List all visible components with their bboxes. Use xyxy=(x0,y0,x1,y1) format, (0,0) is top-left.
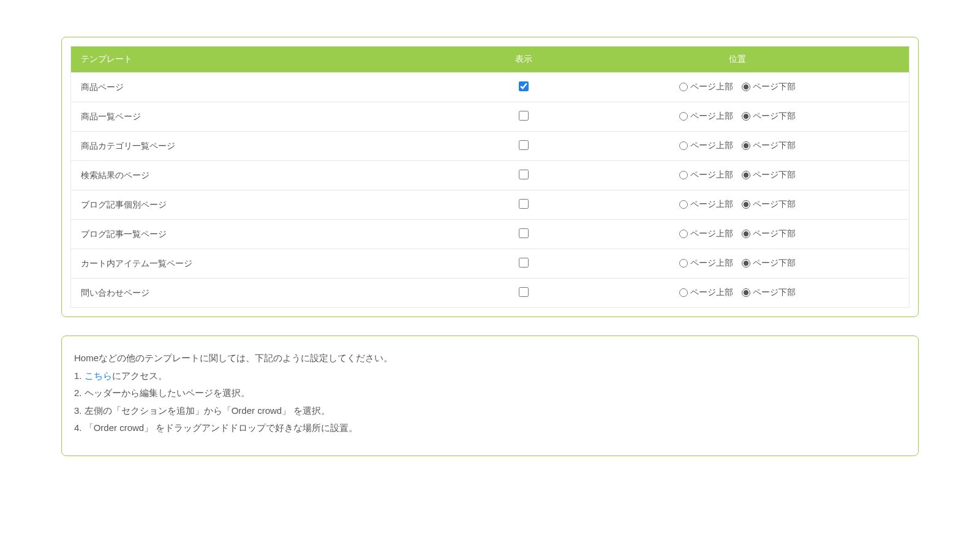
template-name: 問い合わせページ xyxy=(71,279,481,308)
display-cell xyxy=(481,73,567,102)
position-option-top[interactable]: ページ上部 xyxy=(679,228,733,239)
position-option-top[interactable]: ページ上部 xyxy=(679,81,733,92)
info-steps: こちらにアクセス。 ヘッダーから編集したいページを選択。 左側の「セクションを追… xyxy=(74,367,906,437)
position-radio-top[interactable] xyxy=(679,112,688,121)
table-row: 商品カテゴリ一覧ページページ上部ページ下部 xyxy=(71,132,910,161)
header-display: 表示 xyxy=(481,47,567,73)
position-radio-bottom[interactable] xyxy=(742,200,750,209)
display-checkbox[interactable] xyxy=(519,199,529,209)
position-radio-bottom[interactable] xyxy=(742,259,750,268)
position-label-top: ページ上部 xyxy=(690,140,733,151)
info-step-1-rest: にアクセス。 xyxy=(112,370,167,381)
template-name: 商品一覧ページ xyxy=(71,102,481,132)
position-label-bottom: ページ下部 xyxy=(753,170,796,181)
position-radio-top[interactable] xyxy=(679,259,688,268)
position-radio-group: ページ上部ページ下部 xyxy=(679,81,796,92)
position-option-top[interactable]: ページ上部 xyxy=(679,170,733,181)
position-option-top[interactable]: ページ上部 xyxy=(679,111,733,122)
position-radio-top[interactable] xyxy=(679,171,688,179)
display-cell xyxy=(481,190,567,220)
position-label-top: ページ上部 xyxy=(690,199,733,210)
header-template: テンプレート xyxy=(71,47,481,73)
position-option-bottom[interactable]: ページ下部 xyxy=(742,287,796,298)
position-label-bottom: ページ下部 xyxy=(753,199,796,210)
position-option-bottom[interactable]: ページ下部 xyxy=(742,111,796,122)
position-radio-top[interactable] xyxy=(679,288,688,297)
position-radio-top[interactable] xyxy=(679,230,688,238)
display-checkbox[interactable] xyxy=(519,170,529,179)
display-checkbox[interactable] xyxy=(519,258,529,268)
display-checkbox[interactable] xyxy=(519,228,529,238)
position-cell: ページ上部ページ下部 xyxy=(567,132,910,161)
position-label-bottom: ページ下部 xyxy=(753,228,796,239)
table-row: ブログ記事一覧ページページ上部ページ下部 xyxy=(71,220,910,249)
position-option-top[interactable]: ページ上部 xyxy=(679,287,733,298)
position-label-bottom: ページ下部 xyxy=(753,140,796,151)
display-checkbox[interactable] xyxy=(519,81,529,91)
position-cell: ページ上部ページ下部 xyxy=(567,161,910,190)
position-radio-group: ページ上部ページ下部 xyxy=(679,228,796,239)
position-label-bottom: ページ下部 xyxy=(753,258,796,269)
position-radio-bottom[interactable] xyxy=(742,112,750,121)
position-radio-top[interactable] xyxy=(679,141,688,150)
position-option-bottom[interactable]: ページ下部 xyxy=(742,199,796,210)
template-name: 検索結果のページ xyxy=(71,161,481,190)
position-cell: ページ上部ページ下部 xyxy=(567,220,910,249)
display-cell xyxy=(481,132,567,161)
position-option-bottom[interactable]: ページ下部 xyxy=(742,228,796,239)
table-row: 商品ページページ上部ページ下部 xyxy=(71,73,910,102)
position-radio-bottom[interactable] xyxy=(742,83,750,91)
position-option-top[interactable]: ページ上部 xyxy=(679,258,733,269)
position-radio-group: ページ上部ページ下部 xyxy=(679,140,796,151)
table-row: ブログ記事個別ページページ上部ページ下部 xyxy=(71,190,910,220)
info-intro: Homeなどの他のテンプレートに関しては、下記のように設定してください。 xyxy=(74,350,906,367)
position-option-bottom[interactable]: ページ下部 xyxy=(742,258,796,269)
position-radio-top[interactable] xyxy=(679,83,688,91)
header-position: 位置 xyxy=(567,47,910,73)
table-row: 商品一覧ページページ上部ページ下部 xyxy=(71,102,910,132)
display-checkbox[interactable] xyxy=(519,287,529,297)
display-cell xyxy=(481,249,567,279)
position-label-top: ページ上部 xyxy=(690,111,733,122)
position-radio-bottom[interactable] xyxy=(742,171,750,179)
table-row: カート内アイテム一覧ページページ上部ページ下部 xyxy=(71,249,910,279)
info-panel: Homeなどの他のテンプレートに関しては、下記のように設定してください。 こちら… xyxy=(61,335,919,456)
position-radio-group: ページ上部ページ下部 xyxy=(679,111,796,122)
position-label-top: ページ上部 xyxy=(690,287,733,298)
position-cell: ページ上部ページ下部 xyxy=(567,73,910,102)
position-radio-group: ページ上部ページ下部 xyxy=(679,199,796,210)
template-settings-panel: テンプレート 表示 位置 商品ページページ上部ページ下部商品一覧ページページ上部… xyxy=(61,37,919,317)
position-radio-top[interactable] xyxy=(679,200,688,209)
position-option-top[interactable]: ページ上部 xyxy=(679,140,733,151)
display-cell xyxy=(481,161,567,190)
table-body: 商品ページページ上部ページ下部商品一覧ページページ上部ページ下部商品カテゴリ一覧… xyxy=(71,73,910,308)
table-row: 問い合わせページページ上部ページ下部 xyxy=(71,279,910,308)
position-radio-group: ページ上部ページ下部 xyxy=(679,258,796,269)
position-cell: ページ上部ページ下部 xyxy=(567,190,910,220)
position-radio-bottom[interactable] xyxy=(742,288,750,297)
position-cell: ページ上部ページ下部 xyxy=(567,279,910,308)
info-link[interactable]: こちら xyxy=(85,370,112,381)
position-radio-group: ページ上部ページ下部 xyxy=(679,287,796,298)
template-name: 商品カテゴリ一覧ページ xyxy=(71,132,481,161)
position-option-bottom[interactable]: ページ下部 xyxy=(742,81,796,92)
display-checkbox[interactable] xyxy=(519,140,529,150)
display-cell xyxy=(481,279,567,308)
position-label-top: ページ上部 xyxy=(690,170,733,181)
position-label-bottom: ページ下部 xyxy=(753,81,796,92)
position-option-top[interactable]: ページ上部 xyxy=(679,199,733,210)
position-radio-bottom[interactable] xyxy=(742,141,750,150)
position-label-bottom: ページ下部 xyxy=(753,111,796,122)
template-name: カート内アイテム一覧ページ xyxy=(71,249,481,279)
position-label-top: ページ上部 xyxy=(690,258,733,269)
position-label-bottom: ページ下部 xyxy=(753,287,796,298)
position-label-top: ページ上部 xyxy=(690,228,733,239)
position-radio-group: ページ上部ページ下部 xyxy=(679,170,796,181)
info-step-3: 左側の「セクションを追加」から「Order crowd」 を選択。 xyxy=(74,402,906,420)
position-option-bottom[interactable]: ページ下部 xyxy=(742,140,796,151)
template-name: ブログ記事個別ページ xyxy=(71,190,481,220)
display-checkbox[interactable] xyxy=(519,111,529,121)
info-step-1: こちらにアクセス。 xyxy=(74,367,906,385)
position-radio-bottom[interactable] xyxy=(742,230,750,238)
position-option-bottom[interactable]: ページ下部 xyxy=(742,170,796,181)
